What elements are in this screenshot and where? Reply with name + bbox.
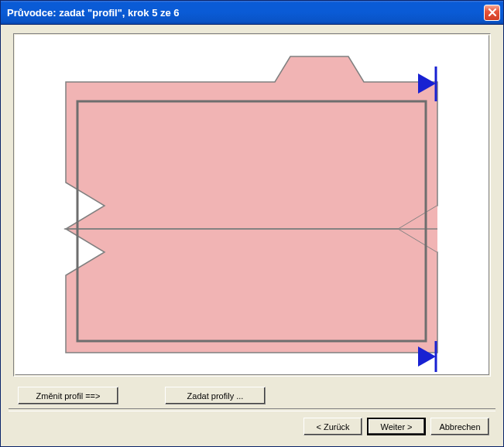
change-profile-button[interactable]: Změnit profil ==> [18, 387, 118, 404]
next-button[interactable]: Weiter > [367, 418, 426, 435]
cancel-button[interactable]: Abbrechen [430, 418, 489, 435]
profile-shape-bottom [66, 229, 437, 353]
preview-frame [13, 33, 491, 377]
back-button[interactable]: < Zurück [303, 418, 362, 435]
enter-profiles-button[interactable]: Zadat profily ... [165, 387, 266, 404]
window-title: Průvodce: zadat "profil", krok 5 ze 6 [7, 7, 180, 19]
mid-button-row: Změnit profil ==> Zadat profily ... [18, 387, 266, 404]
close-button[interactable] [484, 5, 500, 21]
separator-line [9, 408, 495, 411]
close-icon [488, 8, 497, 17]
bottom-button-row: < Zurück Weiter > Abbrechen [303, 418, 489, 435]
title-bar: Průvodce: zadat "profil", krok 5 ze 6 [1, 1, 503, 25]
profile-preview [15, 36, 489, 374]
preview-inner [15, 35, 489, 375]
profile-shape-top [66, 56, 437, 229]
wizard-window: Průvodce: zadat "profil", krok 5 ze 6 [0, 0, 504, 447]
